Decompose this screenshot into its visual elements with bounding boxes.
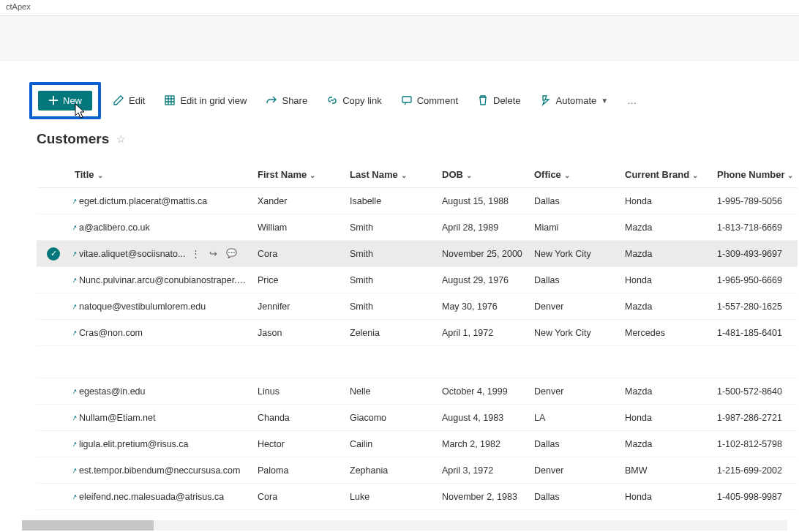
link-arrow-icon: ↗ xyxy=(71,440,78,449)
share-label: Share xyxy=(282,95,307,106)
last-name-cell: Giacomo xyxy=(345,405,438,431)
col-office[interactable]: Office⌄ xyxy=(530,162,620,188)
dob-cell: August 4, 1983 xyxy=(438,405,530,431)
table-row[interactable]: ↗egestas@in.eduLinusNelleOctober 4, 1999… xyxy=(37,378,798,405)
phone-cell: 1-215-699-2002 xyxy=(713,457,798,484)
new-button[interactable]: New xyxy=(38,91,92,110)
select-cell[interactable] xyxy=(37,431,70,457)
col-select[interactable] xyxy=(37,162,70,188)
chevron-down-icon: ▼ xyxy=(601,97,608,105)
table-row[interactable]: ↗Nunc.pulvinar.arcu@conubianostraper.edu… xyxy=(37,267,798,293)
office-cell: New York City xyxy=(530,241,620,267)
more-button[interactable]: … xyxy=(620,91,644,110)
automate-button[interactable]: Automate ▼ xyxy=(533,90,616,110)
select-cell[interactable] xyxy=(37,267,70,293)
first-name-cell: Chanda xyxy=(253,405,345,431)
col-title[interactable]: Title⌄ xyxy=(70,162,253,188)
title-cell[interactable]: ↗egestas@in.edu xyxy=(70,378,253,405)
edit-button[interactable]: Edit xyxy=(105,90,152,110)
select-cell[interactable] xyxy=(37,214,70,241)
table-row[interactable]: ↗ligula.elit.pretium@risus.caHectorCaili… xyxy=(37,431,798,457)
first-name-cell: Xander xyxy=(253,188,345,214)
select-cell[interactable] xyxy=(37,378,70,405)
brand-cell: Mercedes xyxy=(620,320,713,346)
last-name-cell: Luke xyxy=(345,484,438,510)
row-more-icon[interactable]: ⋮ xyxy=(191,248,200,259)
table-row[interactable]: ↗natoque@vestibulumlorem.eduJenniferSmit… xyxy=(37,293,798,320)
last-name-cell: Smith xyxy=(345,267,438,293)
brand-cell: Honda xyxy=(620,267,713,293)
table-row[interactable]: ↗est.tempor.bibendum@neccursusa.comPalom… xyxy=(37,457,798,484)
title-cell[interactable]: ↗ligula.elit.pretium@risus.ca xyxy=(70,431,253,457)
title-cell[interactable]: ↗vitae.aliquet@sociisnato...⋮↪💬 xyxy=(70,241,253,267)
delete-button[interactable]: Delete xyxy=(470,90,528,110)
title-cell[interactable]: ↗Cras@non.com xyxy=(70,320,253,346)
table-row[interactable]: ↗a@aclibero.co.ukWilliamSmithApril 28, 1… xyxy=(37,214,798,241)
table-row[interactable]: ↗Nullam@Etiam.netChandaGiacomoAugust 4, … xyxy=(37,405,798,431)
office-cell: LA xyxy=(530,405,620,431)
brand-cell: Mazda xyxy=(620,293,713,320)
first-name-cell: William xyxy=(253,214,345,241)
edit-icon xyxy=(113,94,124,106)
list-header: Customers ☆ xyxy=(0,118,799,154)
col-dob[interactable]: DOB⌄ xyxy=(438,162,530,188)
link-icon xyxy=(326,94,338,106)
first-name-cell: Cora xyxy=(253,484,345,510)
last-name-cell: Nelle xyxy=(345,378,438,405)
select-cell[interactable]: ✓ xyxy=(37,241,70,267)
brand-cell: Honda xyxy=(620,405,713,431)
chevron-down-icon: ⌄ xyxy=(401,171,407,179)
table-row[interactable]: ↗Cras@non.comJasonZeleniaApril 1, 1972Ne… xyxy=(37,320,798,346)
select-cell[interactable] xyxy=(37,320,70,346)
title-cell[interactable]: ↗Nullam@Etiam.net xyxy=(70,405,253,431)
table-row[interactable] xyxy=(37,346,798,378)
dob-cell: August 29, 1976 xyxy=(438,267,530,293)
col-last-name[interactable]: Last Name⌄ xyxy=(345,162,438,188)
phone-cell: 1-557-280-1625 xyxy=(713,293,798,320)
select-cell[interactable] xyxy=(37,484,70,510)
title-cell[interactable]: ↗Nunc.pulvinar.arcu@conubianostraper.edu xyxy=(70,267,253,293)
comment-button[interactable]: Comment xyxy=(394,90,465,110)
select-cell[interactable] xyxy=(37,457,70,484)
row-share-icon[interactable]: ↪ xyxy=(209,248,217,259)
phone-cell: 1-481-185-6401 xyxy=(713,320,798,346)
title-cell[interactable]: ↗eleifend.nec.malesuada@atrisus.ca xyxy=(70,484,253,510)
table-row[interactable]: ↗eleifend.nec.malesuada@atrisus.caCoraLu… xyxy=(37,484,798,510)
copy-link-button[interactable]: Copy link xyxy=(319,90,389,110)
dob-cell: April 1, 1972 xyxy=(438,320,530,346)
title-cell[interactable]: ↗eget.dictum.placerat@mattis.ca xyxy=(70,188,253,214)
link-arrow-icon: ↗ xyxy=(71,276,78,285)
col-first-name[interactable]: First Name⌄ xyxy=(253,162,345,188)
title-text: eget.dictum.placerat@mattis.ca xyxy=(79,196,207,206)
comment-label: Comment xyxy=(417,95,458,106)
brand-cell: Mazda xyxy=(620,241,713,267)
share-button[interactable]: Share xyxy=(258,90,315,110)
brand-cell: BMW xyxy=(620,457,713,484)
col-brand[interactable]: Current Brand⌄ xyxy=(620,162,713,188)
edit-grid-button[interactable]: Edit in grid view xyxy=(157,90,254,110)
title-cell[interactable]: ↗natoque@vestibulumlorem.edu xyxy=(70,293,253,320)
first-name-cell: Cora xyxy=(253,241,345,267)
svg-rect-0 xyxy=(165,96,174,105)
title-cell[interactable]: ↗est.tempor.bibendum@neccursusa.com xyxy=(70,457,253,484)
content-area: New Edit Edit in grid view Share Copy li… xyxy=(0,60,799,532)
first-name-cell: Jennifer xyxy=(253,293,345,320)
row-comment-icon[interactable]: 💬 xyxy=(226,248,237,259)
chevron-down-icon: ⌄ xyxy=(692,171,698,179)
scrollbar-thumb[interactable] xyxy=(22,520,154,531)
select-cell[interactable] xyxy=(37,405,70,431)
col-phone[interactable]: Phone Number⌄ xyxy=(713,162,798,188)
select-cell[interactable] xyxy=(37,188,70,214)
title-text: Nullam@Etiam.net xyxy=(79,413,155,423)
horizontal-scrollbar[interactable] xyxy=(22,520,787,531)
dob-cell: November 25, 2000 xyxy=(438,241,530,267)
checkmark-icon[interactable]: ✓ xyxy=(47,247,60,261)
select-cell[interactable] xyxy=(37,293,70,320)
table-row[interactable]: ↗eget.dictum.placerat@mattis.caXanderIsa… xyxy=(37,188,798,214)
office-cell: Dallas xyxy=(530,484,620,510)
link-arrow-icon: ↗ xyxy=(71,413,78,422)
table-row[interactable]: ✓↗vitae.aliquet@sociisnato...⋮↪💬CoraSmit… xyxy=(37,241,798,267)
favorite-star-icon[interactable]: ☆ xyxy=(116,133,126,145)
title-cell[interactable]: ↗a@aclibero.co.uk xyxy=(70,214,253,241)
comment-icon xyxy=(401,94,413,106)
